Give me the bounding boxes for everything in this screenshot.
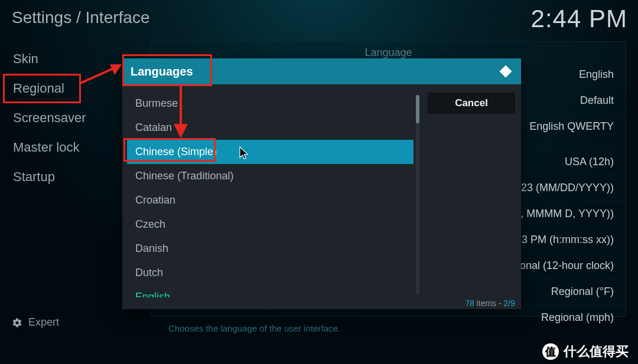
setting-description: Chooses the language of the user interfa… (168, 323, 340, 333)
clock: 2:44 PM (531, 5, 627, 33)
kodi-logo-icon (499, 64, 513, 78)
dialog-header: Languages (122, 58, 521, 84)
watermark: 值 什么值得买 (542, 343, 629, 360)
watermark-text: 什么值得买 (564, 343, 629, 360)
gear-icon (12, 317, 22, 328)
list-item[interactable]: Croatian (127, 188, 414, 212)
language-list[interactable]: Burmese Catalan Chinese (Simple) Chinese… (127, 91, 414, 297)
watermark-badge: 值 (542, 343, 559, 360)
scrollbar-thumb[interactable] (416, 95, 419, 123)
list-item[interactable]: Catalan (127, 116, 414, 140)
scrollbar[interactable] (416, 95, 419, 294)
sidebar-item-skin[interactable]: Skin (0, 44, 139, 74)
list-item[interactable]: Chinese (Traditional) (127, 164, 414, 188)
settings-level-label: Expert (28, 316, 59, 329)
dialog-title: Languages (131, 65, 193, 78)
dialog-pager: 78 items - 2/9 (465, 299, 515, 308)
list-item-current[interactable]: English (127, 285, 414, 297)
cancel-button[interactable]: Cancel (428, 93, 515, 114)
list-item-selected[interactable]: Chinese (Simple) (127, 140, 414, 164)
sidebar-item-regional[interactable]: Regional (0, 74, 139, 103)
settings-level-expert[interactable]: Expert (12, 316, 59, 329)
list-item[interactable]: Burmese (127, 91, 414, 116)
list-item[interactable]: Dutch (127, 261, 414, 285)
sidebar-item-startup[interactable]: Startup (0, 162, 139, 192)
sidebar-item-master-lock[interactable]: Master lock (0, 133, 139, 162)
list-item[interactable]: Danish (127, 237, 414, 261)
language-dialog: Languages Burmese Catalan Chinese (Simpl… (122, 58, 521, 309)
sidebar-item-screensaver[interactable]: Screensaver (0, 103, 139, 133)
breadcrumb: Settings / Interface (12, 8, 149, 27)
list-item[interactable]: Czech (127, 212, 414, 237)
settings-sidebar: Skin Regional Screensaver Master lock St… (0, 41, 139, 364)
